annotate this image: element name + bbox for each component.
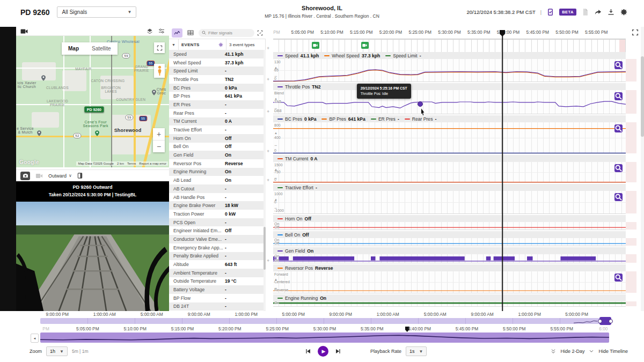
signal-row[interactable]: Ambient Temperature-	[169, 269, 264, 277]
layers-icon[interactable]	[147, 28, 153, 34]
signal-row[interactable]: Rear Pres-	[169, 109, 264, 117]
signal-row[interactable]: Gen FieldOn	[169, 151, 264, 159]
chart-plot-reversor-pos[interactable]: ForwardCenteredReverse▲−	[273, 271, 626, 293]
expand-panel-icon[interactable]: +	[267, 109, 269, 114]
chart-plot-tractive-effort[interactable]: 10000-1000▲−	[273, 191, 626, 214]
chart-zoom-icon[interactable]	[614, 124, 623, 132]
charts-scrollbar[interactable]	[641, 27, 644, 311]
chart-zoom-icon[interactable]	[614, 61, 623, 69]
collapse-panel-icon[interactable]: −	[274, 73, 277, 79]
play-button[interactable]: ▶	[318, 346, 328, 357]
selector-left-handle[interactable]	[598, 319, 602, 323]
signal-row[interactable]: DB 24T-	[169, 302, 264, 311]
time-window-selector[interactable]	[599, 317, 611, 325]
signal-row[interactable]: Conductor Valve Eme...-	[169, 235, 264, 243]
event-strip[interactable]	[273, 39, 626, 53]
zoom-select[interactable]: 1h ▼	[46, 346, 68, 356]
charts-fullscreen-icon[interactable]	[632, 29, 639, 36]
hour-waveform-band[interactable]	[40, 333, 609, 343]
map-canvas[interactable]: Costco WholesalMAYFAIRGRAND PRAIRIEicis …	[16, 36, 169, 167]
chart-zoom-icon[interactable]	[614, 274, 623, 282]
chart-plot-horn-on[interactable]: OnOff	[273, 222, 626, 230]
collapse-panel-icon[interactable]: −	[274, 285, 277, 291]
camera-image[interactable]	[16, 202, 169, 311]
signal-row[interactable]: Horn OnOff	[169, 134, 264, 143]
signal-row[interactable]: Speed41.1 kph	[169, 50, 264, 58]
expand-panel-icon[interactable]: +	[267, 77, 269, 82]
hide-2day-button[interactable]: Hide 2-Day	[560, 349, 584, 354]
signal-row[interactable]: BC Pres0 kPa	[169, 84, 264, 92]
selector-right-handle[interactable]	[609, 319, 613, 323]
skip-back-button[interactable]	[305, 348, 311, 354]
signal-row[interactable]: Reversor PosReverse	[169, 159, 264, 168]
event-types-count[interactable]: 3 event types	[226, 39, 266, 50]
signal-row[interactable]: ER Pres-	[169, 100, 264, 109]
video-mode-icon[interactable]	[35, 173, 43, 179]
chart-plot-speed[interactable]: 130650▲−	[273, 59, 626, 82]
chart-plot-throttle[interactable]: BlendTN5DB8▲−20/12/2024 5:25:16 PM CSTTh…	[273, 90, 626, 114]
signal-row[interactable]: Engine RunningOn	[169, 168, 264, 176]
signal-row[interactable]: Traction Power0 kW	[169, 210, 264, 218]
signal-row[interactable]: Penalty Brake Applied-	[169, 252, 264, 261]
signal-row[interactable]: Altitude643 ft	[169, 260, 264, 269]
signal-row[interactable]: Emergency Brake App...-	[169, 243, 264, 252]
photo-mode-button[interactable]	[20, 172, 30, 180]
chart-plot-gen-field[interactable]: OnOff	[273, 254, 626, 263]
event-camera-icon[interactable]	[361, 42, 369, 49]
signal-row[interactable]: AB Handle Pos-	[169, 193, 264, 202]
expand-panel-icon[interactable]: +	[267, 149, 269, 154]
signal-row[interactable]: Engineer Initiated Em...Off	[169, 226, 264, 235]
pan-up-icon[interactable]: ▲	[274, 97, 277, 100]
share-icon[interactable]	[594, 8, 602, 16]
expand-panel-icon[interactable]: +	[267, 46, 269, 51]
map-zoom-out-button[interactable]: −	[153, 141, 165, 152]
signal-search-input[interactable]: Filter signals	[199, 29, 254, 37]
chart-plot-bc-pres[interactable]: 8004000▲−	[273, 122, 626, 154]
chart-zoom-icon[interactable]	[614, 164, 623, 172]
pan-up-icon[interactable]: ▲	[274, 131, 277, 135]
pan-up-icon[interactable]: ▲	[274, 168, 277, 171]
skip-forward-button[interactable]	[335, 348, 341, 354]
signal-row[interactable]: TM Current0 A	[169, 117, 264, 126]
chart-zoom-icon[interactable]	[614, 92, 623, 100]
signal-row[interactable]: BP Flow-	[169, 294, 264, 302]
events-dropdown[interactable]: EVENTS	[179, 39, 226, 50]
signal-row[interactable]: Tractive Effort-	[169, 125, 264, 134]
pan-up-icon[interactable]: ▲	[274, 198, 277, 201]
tune-icon[interactable]	[158, 28, 165, 34]
pan-up-icon[interactable]: ▲	[274, 278, 277, 281]
document-icon[interactable]	[581, 8, 589, 16]
event-camera-icon[interactable]	[312, 42, 319, 49]
chart-plot-tm-current[interactable]: 15007500▲−	[273, 162, 626, 183]
map-zoom-in-button[interactable]: +	[153, 128, 165, 141]
signal-row[interactable]: Bell OnOff	[169, 143, 264, 151]
video-camera-icon[interactable]	[20, 28, 28, 34]
signal-row[interactable]: Engine Brake Power18 kW	[169, 201, 264, 210]
map-report-link[interactable]: Report a map error	[139, 162, 166, 165]
collapse-panel-icon[interactable]: −	[274, 175, 277, 181]
signal-row[interactable]: Throttle PosTN2	[169, 75, 264, 84]
playback-rate-select[interactable]: 1s ▼	[406, 346, 427, 356]
chart-plot-engine-running[interactable]: On	[273, 301, 626, 307]
train-location-badge[interactable]: PD 9260	[85, 107, 104, 113]
satellite-view-button[interactable]: Satellite	[85, 42, 118, 55]
hide-timeline-button[interactable]: Hide Timeline	[598, 349, 628, 354]
timeline-collapse-button[interactable]: ◂	[31, 334, 39, 343]
signal-row[interactable]: AB Cutout-	[169, 184, 264, 193]
subzoom-options[interactable]: 5m | 1m	[72, 349, 89, 354]
select-region-icon[interactable]	[257, 30, 263, 36]
map-view-button[interactable]: Map	[62, 42, 85, 55]
map-fullscreen-button[interactable]	[154, 42, 165, 53]
chart-view-button[interactable]	[172, 28, 182, 38]
pegman-icon[interactable]	[154, 64, 165, 78]
device-icon[interactable]	[546, 8, 554, 16]
signal-filter-select[interactable]: All Signals ▼	[57, 6, 136, 18]
collapse-panel-icon[interactable]: −	[274, 143, 277, 148]
collapse-panel-icon[interactable]: −	[274, 106, 277, 111]
signal-row[interactable]: Wheel Speed37.3 kph	[169, 58, 264, 67]
collapse-panel-icon[interactable]: −	[274, 205, 277, 211]
signal-row[interactable]: PCS Open-	[169, 218, 264, 227]
chart-plot-bell-on[interactable]: OnOff	[273, 238, 626, 246]
chart-zoom-icon[interactable]	[614, 193, 623, 201]
panel-icon[interactable]	[77, 173, 83, 179]
